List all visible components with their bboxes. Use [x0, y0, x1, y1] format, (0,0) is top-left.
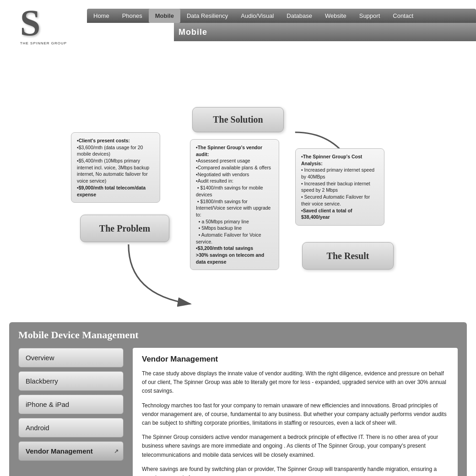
main-paragraph-4: Where savings are found by switching pla… — [142, 465, 449, 476]
mdm-sidebar: Overview Blackberry iPhone & iPad Androi… — [18, 348, 124, 476]
mdm-main-content: Vendor Management The case study above d… — [133, 348, 458, 476]
nav-audio-visual[interactable]: Audio/Visual — [234, 9, 280, 23]
nav-phones[interactable]: Phones — [116, 9, 149, 23]
main-paragraph-2: Technology marches too fast for your com… — [142, 401, 449, 428]
solution-title: The Solution — [213, 114, 263, 125]
sidebar-btn-android[interactable]: Android — [18, 418, 124, 438]
nav-support[interactable]: Support — [353, 9, 387, 23]
main-paragraph-1: The case study above displays the innate… — [142, 369, 449, 396]
mdm-section: Mobile Device Management Overview Blackb… — [9, 322, 467, 476]
mdm-content: Overview Blackberry iPhone & iPad Androi… — [18, 348, 458, 476]
result-title: The Result — [327, 251, 369, 261]
problem-title: The Problem — [99, 223, 150, 234]
result-box: The Result — [302, 242, 394, 270]
banner-title: Mobile — [178, 27, 207, 37]
logo-letter: S — [20, 5, 67, 41]
logo-tagline: THE SPINNER GROUP — [20, 41, 67, 45]
main-paragraph-3: The Spinner Group considers active vendo… — [142, 433, 449, 460]
problem-bubble: •Client's present costs: •$3,600/mth (da… — [71, 132, 160, 203]
banner: Mobile — [174, 23, 476, 41]
sidebar-btn-blackberry[interactable]: Blackberry — [18, 371, 124, 391]
active-arrow-icon: ↗ — [114, 448, 119, 454]
solution-bubble: •The Spinner Group's vendor audit: •Asse… — [190, 139, 279, 270]
problem-box: The Problem — [80, 215, 169, 242]
sidebar-btn-overview[interactable]: Overview — [18, 348, 124, 368]
mdm-title: Mobile Device Management — [18, 329, 458, 341]
nav-bar: Home Phones Mobile Data Resiliency Audio… — [87, 9, 476, 23]
solution-box: The Solution — [192, 107, 284, 132]
flow-diagram: The Solution The Problem The Result •Cli… — [0, 48, 476, 318]
nav-database[interactable]: Database — [280, 9, 319, 23]
logo-area: S THE SPINNER GROUP — [0, 2, 87, 48]
nav-data-resiliency[interactable]: Data Resiliency — [180, 9, 234, 23]
header: S THE SPINNER GROUP Home Phones Mobile D… — [0, 0, 476, 48]
nav-contact[interactable]: Contact — [386, 9, 420, 23]
sidebar-btn-vendor-management[interactable]: Vendor Management ↗ — [18, 441, 124, 461]
nav-home[interactable]: Home — [87, 9, 116, 23]
nav-website[interactable]: Website — [319, 9, 353, 23]
main-heading: Vendor Management — [142, 355, 449, 364]
nav-mobile[interactable]: Mobile — [149, 9, 180, 23]
sidebar-btn-iphone-ipad[interactable]: iPhone & iPad — [18, 395, 124, 414]
result-bubble: •The Spinner Group's Cost Analysis: • In… — [295, 148, 384, 226]
